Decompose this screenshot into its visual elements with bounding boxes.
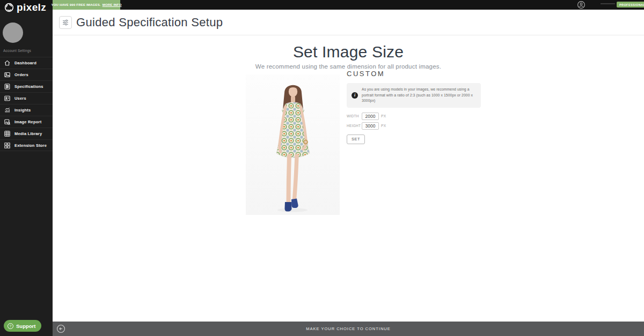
content-header: Guided Specification Setup bbox=[53, 10, 644, 35]
more-info-link[interactable]: MORE INFO bbox=[103, 3, 122, 6]
sidebar-item-insights[interactable]: Insights bbox=[0, 104, 53, 116]
top-bar: YOU HAVE 990 FREE IMAGES. MORE INFO PROF… bbox=[0, 0, 644, 10]
custom-heading: CUSTOM bbox=[347, 70, 486, 78]
height-label: HEIGHT bbox=[347, 124, 362, 128]
custom-size-section: CUSTOM i As you are using models in your… bbox=[347, 70, 486, 144]
info-box: i As you are using models in your images… bbox=[347, 83, 481, 108]
question-icon: ? bbox=[8, 323, 13, 329]
hero-section: Set Image Size We recommend using the sa… bbox=[53, 43, 644, 70]
app-window: YOU HAVE 990 FREE IMAGES. MORE INFO PROF… bbox=[0, 0, 644, 336]
sidebar: Account Settings Dashboard Orders bbox=[0, 10, 53, 336]
sidebar-item-label: Dashboard bbox=[14, 61, 36, 65]
section-subtitle: We recommend using the same dimension fo… bbox=[53, 63, 644, 70]
set-button[interactable]: SET bbox=[347, 135, 365, 144]
support-button[interactable]: ? Support bbox=[4, 320, 41, 332]
sidebar-item-extension-store[interactable]: Extension Store bbox=[0, 139, 53, 151]
sidebar-item-users[interactable]: Users bbox=[0, 92, 53, 104]
document-sliders-icon bbox=[4, 83, 11, 90]
sidebar-item-specifications[interactable]: Specifications bbox=[0, 80, 53, 92]
footer-message: MAKE YOUR CHOICE TO CONTINUE bbox=[53, 326, 644, 331]
info-text: As you are using models in your images, … bbox=[362, 87, 476, 104]
pixelz-logo[interactable]: pixelz bbox=[4, 1, 46, 14]
sidebar-item-dashboard[interactable]: Dashboard bbox=[0, 57, 53, 69]
username-text bbox=[601, 3, 615, 4]
picture-icon bbox=[4, 71, 11, 78]
chart-icon bbox=[4, 107, 11, 114]
sidebar-section-label: Account Settings bbox=[3, 49, 31, 53]
width-input[interactable] bbox=[362, 113, 379, 120]
avatar[interactable] bbox=[3, 23, 23, 43]
specification-setup-icon bbox=[59, 16, 72, 29]
width-row: WIDTH PX bbox=[347, 113, 486, 120]
sidebar-nav: Dashboard Orders Specifications bbox=[0, 57, 53, 151]
plan-badge: PROFESSIONAL bbox=[617, 2, 644, 8]
width-unit-label: PX bbox=[381, 114, 386, 118]
height-row: HEIGHT PX bbox=[347, 122, 486, 130]
sidebar-item-orders[interactable]: Orders bbox=[0, 69, 53, 80]
account-icon[interactable] bbox=[577, 1, 586, 9]
sidebar-item-label: Specifications bbox=[14, 84, 43, 89]
height-input[interactable] bbox=[362, 122, 379, 130]
section-title: Set Image Size bbox=[53, 43, 644, 61]
sidebar-item-image-report[interactable]: Image Report bbox=[0, 116, 53, 128]
height-unit-label: PX bbox=[381, 124, 386, 128]
support-label: Support bbox=[16, 323, 35, 329]
image-magnifier-icon bbox=[4, 118, 11, 125]
id-card-icon bbox=[4, 95, 11, 102]
aperture-icon bbox=[4, 3, 14, 12]
sidebar-item-label: Users bbox=[14, 96, 26, 101]
grid-icon bbox=[4, 130, 11, 137]
logo-text: pixelz bbox=[17, 2, 46, 13]
main-content: Guided Specification Setup Set Image Siz… bbox=[53, 10, 644, 322]
sidebar-item-label: Media Library bbox=[14, 131, 42, 136]
sidebar-item-media-library[interactable]: Media Library bbox=[0, 128, 53, 139]
sidebar-item-label: Extension Store bbox=[14, 143, 47, 148]
width-label: WIDTH bbox=[347, 114, 362, 118]
page-title: Guided Specification Setup bbox=[76, 16, 223, 29]
squares-icon bbox=[4, 142, 11, 149]
bottom-bar: MAKE YOUR CHOICE TO CONTINUE bbox=[53, 322, 644, 336]
info-icon: i bbox=[352, 92, 358, 99]
home-icon bbox=[4, 59, 11, 66]
product-preview-image bbox=[246, 74, 340, 215]
free-images-text: YOU HAVE 990 FREE IMAGES. bbox=[51, 3, 100, 6]
sidebar-item-label: Orders bbox=[14, 72, 28, 77]
sidebar-item-label: Image Report bbox=[14, 120, 41, 124]
free-images-banner[interactable]: YOU HAVE 990 FREE IMAGES. MORE INFO bbox=[53, 0, 120, 10]
sidebar-item-label: Insights bbox=[14, 108, 31, 113]
